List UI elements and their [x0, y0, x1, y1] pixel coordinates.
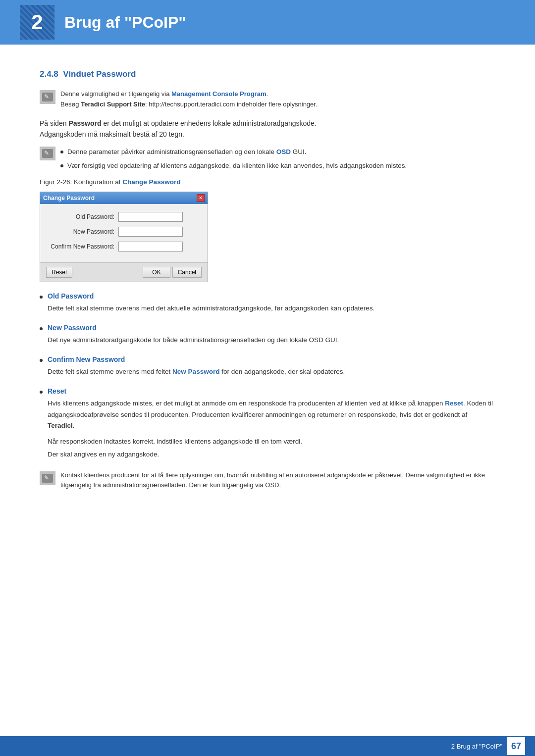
paragraph-1: På siden Password er det muligt at opdat… [40, 118, 495, 140]
dialog-input-old-password[interactable] [118, 212, 183, 222]
dialog-close-button[interactable]: × [197, 194, 205, 202]
reset-para2: Når responskoden indtastes korrekt, inds… [48, 436, 495, 447]
dialog-cancel-button[interactable]: Cancel [172, 267, 202, 278]
def-desc-old-password: Dette felt skal stemme overens med det a… [48, 303, 495, 314]
def-item-reset: Reset Hvis klientens adgangskode mistes,… [40, 387, 495, 460]
note-line1: Denne valgmulighed er tilgængelig via Ma… [60, 90, 268, 98]
note-text-1: Denne valgmulighed er tilgængelig via Ma… [60, 89, 318, 110]
def-term-new-password: New Password [40, 324, 495, 332]
bullet-note-content: Denne parameter påvirker administrations… [60, 147, 407, 171]
dialog-reset-button[interactable]: Reset [46, 267, 72, 278]
dialog-label-confirm-password: Confirm New Password: [50, 243, 114, 250]
footer-page-number: 67 [507, 737, 525, 755]
change-password-dialog: Change Password × Old Password: New Pass… [40, 192, 208, 282]
def-term-text-new-password: New Password [48, 324, 97, 332]
section-number: 2.4.8 [40, 69, 58, 79]
figure-caption: Figur 2-26: Konfiguration af Change Pass… [40, 178, 495, 186]
note2-content: Kontakt klientens producent for at få fl… [60, 471, 485, 489]
def-desc-reset: Hvis klientens adgangskode mistes, er de… [48, 398, 495, 460]
reset-bold-teradici: Teradici [48, 422, 73, 429]
bullet-note-wrapper: Denne parameter påvirker administrations… [40, 147, 495, 171]
reset-para3: Der skal angives en ny adgangskode. [48, 449, 495, 460]
para1-bold: Password [68, 119, 101, 127]
def-desc-new-password: Det nye administratoradgangskode for båd… [48, 335, 495, 346]
note-icon-inner-2 [42, 474, 53, 483]
footer-text: 2 Brug af "PCoIP" [451, 743, 502, 750]
note-text-2: Kontakt klientens producent for at få fl… [60, 470, 495, 491]
bullet-dot-2 [60, 164, 63, 167]
bullet-text-2: Vær forsigtig ved opdatering af klienten… [67, 160, 407, 171]
bullet-dot-1 [60, 151, 63, 153]
dialog-input-new-password[interactable] [118, 227, 183, 237]
dialog-wrapper: Change Password × Old Password: New Pass… [40, 192, 208, 282]
main-content: 2.4.8 Vinduet Password Denne valgmulighe… [0, 45, 535, 538]
reset-bold-reset: Reset [445, 400, 463, 407]
note-site-bold: Teradici Support Site [81, 101, 145, 108]
def-term-confirm-password: Confirm New Password [40, 355, 495, 363]
def-bullet-confirm-password [40, 359, 43, 362]
note-icon-1 [40, 90, 55, 104]
dialog-footer: Reset OK Cancel [40, 262, 208, 282]
page-footer: 2 Brug af "PCoIP" 67 [0, 736, 535, 756]
def-item-confirm-password: Confirm New Password Dette felt skal ste… [40, 355, 495, 377]
def-term-text-reset: Reset [48, 387, 66, 395]
bullet-item-1: Denne parameter påvirker administrations… [60, 147, 407, 157]
header-banner: 2 Brug af "PCoIP" [0, 0, 535, 45]
note-line2: Besøg Teradici Support Site: http://tech… [60, 101, 318, 108]
figure-caption-text: Figur 2-26: Konfiguration af Change Pass… [40, 178, 180, 186]
dialog-field-new-password: New Password: [50, 227, 198, 237]
bullet-osd-bold: OSD [276, 148, 291, 155]
def-bullet-old-password [40, 296, 43, 299]
def-term-reset: Reset [40, 387, 495, 395]
para1-line2: Adgangskoden må maksimalt bestå af 20 te… [40, 130, 184, 138]
dialog-label-old-password: Old Password: [50, 213, 114, 220]
chapter-title: Brug af "PCoIP" [64, 13, 186, 32]
confirm-new-password-bold: New Password [172, 368, 219, 375]
dialog-label-new-password: New Password: [50, 228, 114, 235]
bullet-note-icon-inner [42, 149, 53, 158]
bullet-text-1: Denne parameter påvirker administrations… [67, 147, 307, 157]
para1-text1: På siden Password er det muligt at opdat… [40, 119, 317, 127]
bullet-note-icon [40, 147, 55, 160]
dialog-field-old-password: Old Password: [50, 212, 198, 222]
def-desc-confirm-password: Dette felt skal stemme overens med felte… [48, 366, 495, 377]
def-item-new-password: New Password Det nye administratoradgang… [40, 324, 495, 346]
def-term-text-old-password: Old Password [48, 292, 94, 300]
note-box-1: Denne valgmulighed er tilgængelig via Ma… [40, 89, 495, 110]
def-item-old-password: Old Password Dette felt skal stemme over… [40, 292, 495, 314]
chapter-number-box: 2 [20, 5, 54, 40]
note-link: Management Console Program [171, 90, 266, 98]
section-heading: 2.4.8 Vinduet Password [40, 69, 495, 79]
chapter-number: 2 [31, 10, 43, 34]
note-box-2: Kontakt klientens producent for at få fl… [40, 470, 495, 491]
reset-para1: Hvis klientens adgangskode mistes, er de… [48, 398, 495, 431]
note-icon-inner [42, 93, 53, 101]
note-icon-2 [40, 471, 55, 485]
def-bullet-new-password [40, 327, 43, 330]
dialog-ok-button[interactable]: OK [143, 267, 170, 278]
def-term-old-password: Old Password [40, 292, 495, 300]
def-term-text-confirm-password: Confirm New Password [48, 355, 125, 363]
section-title: Vinduet Password [63, 69, 136, 79]
figure-caption-bold: Change Password [122, 178, 180, 186]
dialog-field-confirm-password: Confirm New Password: [50, 242, 198, 252]
dialog-input-confirm-password[interactable] [118, 242, 183, 252]
dialog-body: Old Password: New Password: Confirm New … [40, 204, 208, 262]
def-bullet-reset [40, 391, 43, 394]
dialog-title: Change Password [43, 195, 95, 202]
dialog-titlebar: Change Password × [40, 192, 208, 204]
bullet-item-2: Vær forsigtig ved opdatering af klienten… [60, 160, 407, 171]
